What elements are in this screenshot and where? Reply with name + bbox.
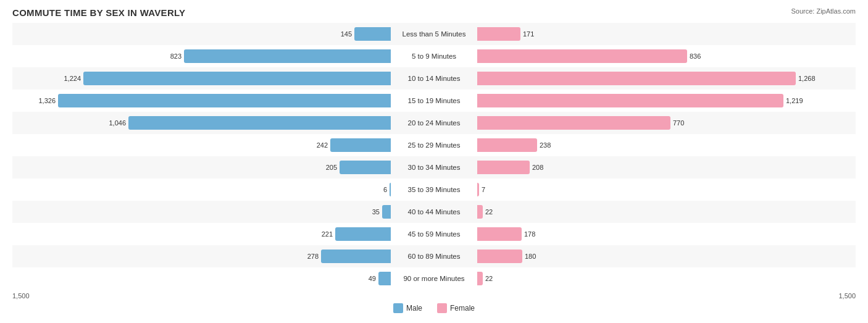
male-value: 823 <box>170 52 182 60</box>
male-half: 205 <box>12 156 391 178</box>
male-half: 6 <box>12 178 391 201</box>
chart-title: COMMUTE TIME BY SEX IN WAVERLY <box>12 7 856 18</box>
row-label: 5 to 9 Minutes <box>391 52 477 60</box>
female-half: 208 <box>477 156 856 178</box>
female-value: 1,268 <box>798 75 816 82</box>
female-value: 22 <box>485 275 493 282</box>
bar-row: 24225 to 29 Minutes238 <box>12 134 856 156</box>
female-half: 22 <box>477 267 856 290</box>
female-bar <box>477 183 479 196</box>
legend-male-box <box>393 303 403 313</box>
male-bar <box>330 138 391 152</box>
row-label: 45 to 59 Minutes <box>391 230 477 238</box>
row-label: 60 to 89 Minutes <box>391 253 477 260</box>
female-half: 836 <box>477 45 856 67</box>
male-bar <box>321 250 391 263</box>
row-label: Less than 5 Minutes <box>391 30 477 38</box>
legend-female-box <box>437 303 447 313</box>
legend: Male Female <box>12 303 856 313</box>
female-bar <box>477 227 522 241</box>
row-label: 35 to 39 Minutes <box>391 186 477 193</box>
female-value: 770 <box>673 119 684 127</box>
male-half: 145 <box>12 23 391 45</box>
female-value: 22 <box>485 208 493 216</box>
male-value: 221 <box>322 230 333 238</box>
female-value: 836 <box>690 52 701 60</box>
row-label: 10 to 14 Minutes <box>391 75 477 82</box>
bar-row: 1,22410 to 14 Minutes1,268 <box>12 67 856 90</box>
male-value: 35 <box>372 208 380 216</box>
female-value: 178 <box>524 230 535 238</box>
female-half: 1,219 <box>477 90 856 112</box>
chart-container: COMMUTE TIME BY SEX IN WAVERLY Source: Z… <box>0 0 868 323</box>
male-bar <box>58 94 391 107</box>
male-half: 1,046 <box>12 112 391 134</box>
male-bar <box>128 116 391 130</box>
female-bar <box>477 72 796 85</box>
bar-row: 20530 to 34 Minutes208 <box>12 156 856 178</box>
male-bar <box>83 72 391 85</box>
female-value: 7 <box>482 186 485 193</box>
legend-female: Female <box>437 303 475 313</box>
row-label: 30 to 34 Minutes <box>391 164 477 171</box>
female-half: 770 <box>477 112 856 134</box>
male-half: 221 <box>12 223 391 245</box>
female-half: 7 <box>477 178 856 201</box>
female-value: 171 <box>523 30 534 38</box>
female-value: 208 <box>532 164 543 171</box>
female-bar <box>477 116 670 130</box>
female-bar <box>477 161 530 174</box>
bar-row: 27860 to 89 Minutes180 <box>12 245 856 267</box>
female-bar <box>477 138 537 152</box>
male-value: 1,224 <box>64 75 81 82</box>
bar-row: 3540 to 44 Minutes22 <box>12 201 856 223</box>
female-half: 171 <box>477 23 856 45</box>
male-value: 242 <box>317 141 328 149</box>
male-value: 145 <box>341 30 352 38</box>
male-value: 1,046 <box>109 119 126 127</box>
row-label: 25 to 29 Minutes <box>391 141 477 149</box>
legend-male-label: Male <box>406 304 422 313</box>
axis-right: 1,500 <box>838 292 856 300</box>
bar-row: 1,04620 to 24 Minutes770 <box>12 112 856 134</box>
male-half: 278 <box>12 245 391 267</box>
female-half: 1,268 <box>477 67 856 90</box>
male-half: 823 <box>12 45 391 67</box>
female-bar <box>477 272 483 285</box>
male-half: 1,326 <box>12 90 391 112</box>
bar-row: 1,32615 to 19 Minutes1,219 <box>12 90 856 112</box>
male-bar <box>340 161 391 174</box>
bar-row: 145Less than 5 Minutes171 <box>12 23 856 45</box>
male-value: 49 <box>369 275 376 282</box>
bar-row: 22145 to 59 Minutes178 <box>12 223 856 245</box>
female-bar <box>477 49 687 63</box>
female-half: 180 <box>477 245 856 267</box>
chart-inner: 145Less than 5 Minutes1718235 to 9 Minut… <box>12 23 856 290</box>
female-value: 1,219 <box>786 97 803 104</box>
row-label: 15 to 19 Minutes <box>391 97 477 104</box>
female-half: 22 <box>477 201 856 223</box>
male-half: 242 <box>12 134 391 156</box>
female-value: 238 <box>540 141 551 149</box>
row-label: 40 to 44 Minutes <box>391 208 477 216</box>
male-half: 49 <box>12 267 391 290</box>
row-label: 90 or more Minutes <box>391 275 477 282</box>
female-bar <box>477 27 520 41</box>
male-value: 205 <box>326 164 337 171</box>
male-bar <box>354 27 391 41</box>
bar-row: 4990 or more Minutes22 <box>12 267 856 290</box>
male-bar <box>382 205 391 219</box>
male-bar <box>378 272 391 285</box>
legend-male: Male <box>393 303 422 313</box>
axis-row: 1,500 1,500 <box>12 292 856 300</box>
male-bar <box>390 183 391 196</box>
male-value: 1,326 <box>38 97 56 104</box>
female-bar <box>477 250 522 263</box>
row-label: 20 to 24 Minutes <box>391 119 477 127</box>
male-value: 6 <box>383 186 387 193</box>
male-half: 1,224 <box>12 67 391 90</box>
female-half: 178 <box>477 223 856 245</box>
axis-left: 1,500 <box>12 292 30 300</box>
female-bar <box>477 205 483 219</box>
female-bar <box>477 94 783 107</box>
